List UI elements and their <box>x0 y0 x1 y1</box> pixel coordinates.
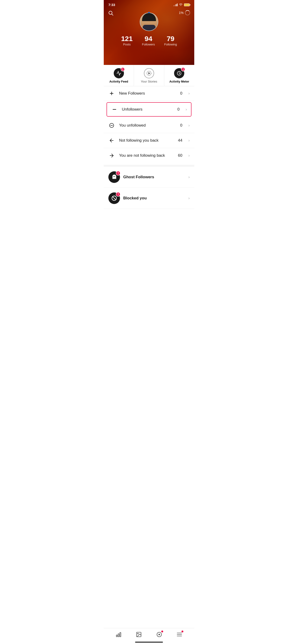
svg-marker-3 <box>149 72 150 74</box>
arrow-left-icon <box>108 138 115 143</box>
you-not-following-back-label: You are not following back <box>119 153 174 158</box>
tab-bar: 1 Activity Feed Your Stories 1 <box>104 65 194 86</box>
following-label: Following <box>164 43 177 46</box>
plus-icon <box>108 91 115 96</box>
special-section: ? Ghost Followers › ? Blocked you › <box>104 165 194 209</box>
signal-icon <box>173 4 178 6</box>
circle-minus-icon <box>108 123 115 128</box>
following-stat[interactable]: 79 Following <box>164 35 177 46</box>
stories-icon <box>144 68 154 78</box>
new-followers-label: New Followers <box>119 91 176 96</box>
tab-activity-feed[interactable]: 1 Activity Feed <box>104 65 134 86</box>
tab-activity-meter[interactable]: 1 Activity Meter <box>164 65 194 86</box>
your-stories-icon-wrap <box>144 68 154 78</box>
you-not-following-back-chevron: › <box>188 154 190 158</box>
wifi-icon <box>179 3 183 7</box>
you-unfollowed-count: 0 <box>180 123 182 128</box>
unfollowers-chevron: › <box>186 107 187 112</box>
you-unfollowed-chevron: › <box>188 123 190 128</box>
blocked-you-item[interactable]: ? Blocked you › <box>104 188 194 209</box>
battery-icon <box>184 4 190 6</box>
avatar[interactable] <box>140 12 158 31</box>
status-time: 7:33 <box>108 3 115 7</box>
activity-meter-label: Activity Meter <box>169 80 189 83</box>
new-followers-item[interactable]: New Followers 0 › <box>104 86 194 101</box>
not-following-back-label: Not following you back <box>119 138 174 143</box>
not-following-back-item[interactable]: Not following you back 44 › <box>104 133 194 148</box>
blocked-you-badge: ? <box>116 192 120 196</box>
status-bar: 7:33 <box>104 0 194 8</box>
followers-label: Followers <box>142 43 155 46</box>
you-not-following-back-count: 60 <box>178 153 182 158</box>
unfollowers-label: Unfollowers <box>122 107 173 112</box>
you-unfollowed-item[interactable]: You unfollowed 0 › <box>104 118 194 133</box>
you-not-following-back-item[interactable]: You are not following back 60 › <box>104 148 194 163</box>
posts-stat[interactable]: 121 Posts <box>121 35 133 46</box>
status-icons <box>173 3 190 7</box>
svg-line-13 <box>113 196 116 200</box>
not-following-back-chevron: › <box>188 138 190 142</box>
followers-stat[interactable]: 94 Followers <box>142 35 155 46</box>
following-count: 79 <box>164 35 177 42</box>
hero-section: 1% 121 Posts 94 Followers 79 <box>104 0 194 65</box>
arrow-right-icon <box>108 153 115 158</box>
you-unfollowed-label: You unfollowed <box>119 123 176 128</box>
ghost-followers-label: Ghost Followers <box>123 175 185 180</box>
unfollowers-count: 0 <box>177 107 179 112</box>
stats-row: 121 Posts 94 Followers 79 Following <box>121 35 177 46</box>
activity-meter-icon-wrap: 1 <box>174 68 184 78</box>
posts-label: Posts <box>121 43 133 46</box>
list-section: New Followers 0 › Unfollowers 0 › You un… <box>104 86 194 163</box>
activity-meter-badge: 1 <box>181 67 185 72</box>
ghost-followers-item[interactable]: ? Ghost Followers › <box>104 167 194 188</box>
tab-your-stories[interactable]: Your Stories <box>134 65 164 86</box>
not-following-back-count: 44 <box>178 138 182 143</box>
ghost-followers-chevron: › <box>188 175 190 179</box>
activity-feed-badge: 1 <box>121 67 125 72</box>
new-followers-count: 0 <box>180 91 182 96</box>
profile-avatar-wrap <box>140 12 158 31</box>
blocked-you-chevron: › <box>188 196 190 200</box>
blocked-icon-wrap: ? <box>108 192 120 204</box>
followers-count: 94 <box>142 35 155 42</box>
new-followers-chevron: › <box>188 91 190 96</box>
minus-icon <box>111 107 118 112</box>
blocked-you-label: Blocked you <box>123 196 185 200</box>
activity-feed-icon-wrap: 1 <box>114 68 124 78</box>
ghost-followers-badge: ? <box>116 171 120 176</box>
posts-count: 121 <box>121 35 133 42</box>
activity-feed-label: Activity Feed <box>109 80 128 83</box>
ghost-icon-wrap: ? <box>108 171 120 183</box>
your-stories-label: Your Stories <box>141 80 157 83</box>
unfollowers-item[interactable]: Unfollowers 0 › <box>107 102 191 116</box>
